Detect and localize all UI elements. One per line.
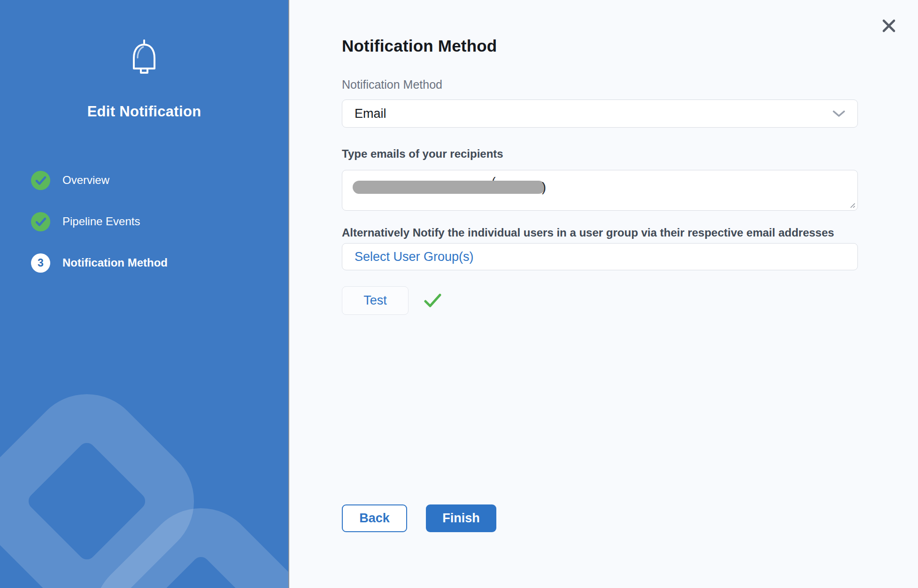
sidebar-step-notification-method[interactable]: 3 Notification Method	[31, 253, 168, 273]
back-button[interactable]: Back	[342, 504, 407, 532]
finish-button[interactable]: Finish	[426, 504, 496, 532]
test-button[interactable]: Test	[342, 286, 409, 315]
wizard-sidebar: Edit Notification Overview Pipeline Even…	[0, 0, 289, 588]
chevron-down-icon	[833, 110, 845, 117]
user-group-hint: Alternatively Notify the individual user…	[342, 226, 834, 239]
select-user-groups-button[interactable]: Select User Group(s)	[342, 243, 858, 270]
wizard-actions: Back Finish	[342, 504, 496, 532]
redacted-email-value	[353, 181, 545, 194]
step-number: 3	[38, 257, 44, 269]
step-label: Pipeline Events	[62, 215, 140, 228]
recipient-email-entry: )	[353, 181, 546, 194]
textarea-resize-handle[interactable]	[848, 201, 856, 208]
test-row: Test	[342, 286, 442, 315]
redacted-text-fragment: )	[542, 181, 546, 194]
test-success-check-icon	[424, 293, 442, 308]
close-icon[interactable]	[879, 15, 899, 36]
edit-notification-modal: Edit Notification Overview Pipeline Even…	[0, 0, 918, 588]
step-complete-check-icon	[31, 171, 50, 190]
select-user-groups-label: Select User Group(s)	[355, 250, 474, 264]
step-label: Overview	[62, 174, 109, 187]
method-field-label: Notification Method	[342, 78, 442, 92]
bell-icon	[127, 38, 161, 78]
wizard-steps: Overview Pipeline Events 3 Notification …	[31, 170, 168, 294]
sidebar-step-overview[interactable]: Overview	[31, 170, 168, 190]
step-number-badge: 3	[31, 253, 50, 273]
notification-method-select[interactable]: Email	[342, 99, 858, 128]
page-title: Notification Method	[342, 37, 497, 55]
step-label: Notification Method	[62, 256, 168, 269]
recipients-field-label: Type emails of your recipients	[342, 147, 503, 160]
step-complete-check-icon	[31, 212, 50, 231]
wizard-title: Edit Notification	[0, 103, 288, 120]
method-selected-value: Email	[355, 107, 386, 121]
recipients-textarea[interactable]: ( )	[342, 170, 858, 211]
sidebar-step-pipeline-events[interactable]: Pipeline Events	[31, 212, 168, 231]
